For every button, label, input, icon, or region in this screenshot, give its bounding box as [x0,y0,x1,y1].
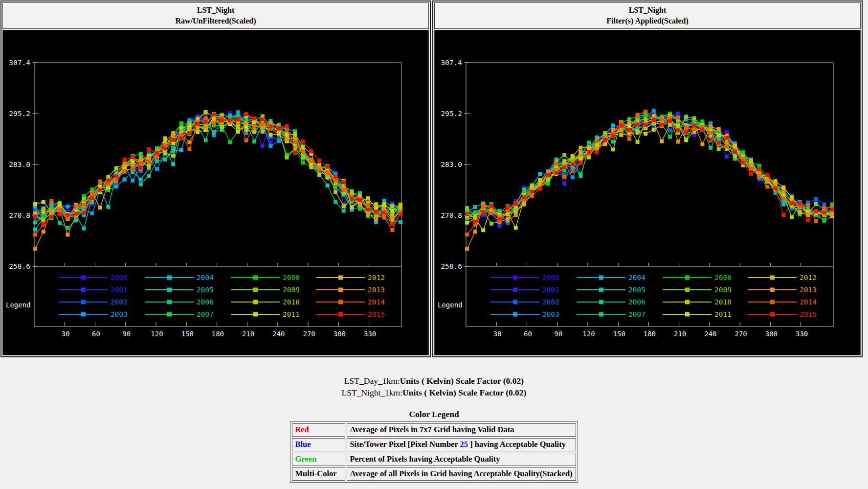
data-marker [66,205,70,209]
data-marker [490,222,493,226]
legend-entry-2008: 2008 [231,274,300,281]
legend-year-label: 2007 [197,310,214,318]
legend-marker [513,276,517,280]
data-marker [822,203,826,207]
x-tick-label: 60 [92,330,100,338]
data-marker [562,175,566,179]
data-marker [123,178,127,182]
data-marker [317,173,321,177]
data-marker [627,124,631,128]
data-marker [163,151,167,155]
cl-text-2-pre: Percent of Pixels having Acceptable Qual… [350,454,500,464]
data-marker [252,124,256,128]
data-marker [814,197,818,201]
series-line-2007 [467,118,832,218]
legend-entry-2014: 2014 [748,298,817,306]
data-marker [749,167,753,171]
data-marker [187,147,191,151]
data-marker [490,204,493,208]
data-marker [366,196,370,200]
data-marker [204,120,208,124]
data-marker [741,150,745,154]
legend-entry-2007: 2007 [145,310,214,318]
data-marker [562,153,566,157]
data-marker [301,161,305,164]
legend-year-label: 2006 [197,298,214,306]
data-marker [301,145,305,149]
data-marker [309,159,313,163]
legend-entry-2004: 2004 [145,274,214,281]
data-marker [587,145,591,149]
data-marker [82,203,86,207]
x-tick-label: 210 [674,330,686,338]
data-marker [700,119,704,123]
data-marker [301,140,305,143]
color-legend-text-3: Average of all Pixels in Grid having Acc… [347,467,576,481]
series-2013 [465,115,834,251]
legend-year-label: 2009 [283,286,300,294]
data-marker [790,195,794,199]
data-marker [587,150,591,154]
data-marker [530,184,534,187]
legend-marker [770,312,775,317]
data-marker [342,204,346,208]
x-tick-label: 210 [242,330,254,338]
data-marker [611,147,615,151]
data-marker [285,124,289,128]
legend-year-label: 2015 [800,310,817,318]
data-marker [571,162,575,166]
legend-year-label: 2001 [111,286,128,294]
data-marker [822,219,826,223]
cl-text-0-pre: Average of Pixels in 7x7 Grid having Val… [350,425,514,434]
data-marker [268,144,272,148]
data-marker [326,184,330,187]
data-marker [684,139,688,142]
legend-marker [253,276,258,280]
data-marker [139,156,143,160]
data-marker [252,116,256,120]
series-2000 [33,111,402,222]
data-marker [522,203,526,207]
data-marker [814,202,818,206]
panel-filtered-title-line2: Filter(s) Applied(Scaled) [435,16,860,26]
data-marker [562,168,566,172]
data-marker [473,205,477,209]
data-marker [74,205,78,209]
data-marker [114,185,118,188]
data-marker [498,217,502,221]
data-marker [733,154,737,158]
legend-entry-2008: 2008 [663,274,732,281]
data-marker [261,130,265,134]
legend-marker [685,276,690,280]
legend-year-label: 2005 [628,286,645,294]
data-marker [822,211,826,215]
data-marker [293,140,297,144]
data-marker [366,203,370,207]
data-marker [155,155,159,159]
legend-year-label: 2000 [542,274,559,281]
data-marker [644,123,647,127]
legend-year-label: 2008 [714,274,732,281]
legend-year-label: 2012 [800,274,817,281]
data-marker [204,138,208,142]
data-marker [98,188,102,192]
data-marker [765,173,769,177]
legend-entry-2015: 2015 [316,310,385,318]
data-marker [236,125,240,129]
color-legend-text-1: Site/Tower Pixel [Pixel Number 25 ] havi… [347,438,576,451]
data-marker [660,117,664,121]
x-tick-label: 150 [613,330,625,338]
color-legend-label-3: Multi-Color [292,467,345,481]
data-marker [163,146,167,150]
data-marker [163,158,167,162]
x-tick-label: 90 [554,330,562,338]
data-marker [652,118,656,122]
data-marker [358,198,362,202]
legend-year-label: 2013 [800,286,817,294]
legend-year-label: 2002 [111,298,128,306]
units-line-day-bold: Units ( Kelvin) Scale Factor (0.02) [400,376,524,386]
data-marker [684,126,688,130]
data-marker [481,204,485,208]
data-marker [571,154,575,158]
legend-year-label: 2002 [542,298,559,306]
